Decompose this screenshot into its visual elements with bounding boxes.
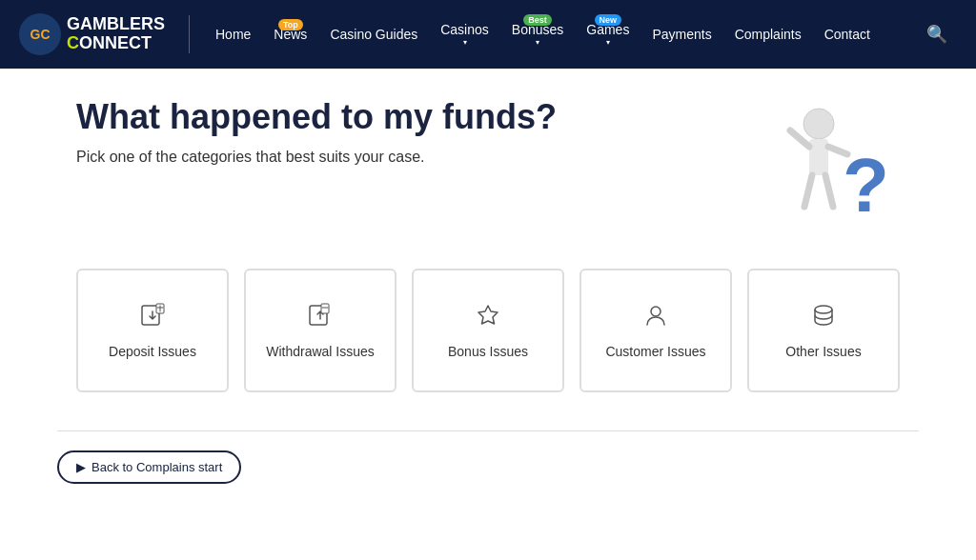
back-arrow-icon: ▶ <box>76 460 86 474</box>
hero-text: What happened to my funds? Pick one of t… <box>76 97 557 166</box>
back-section: ▶ Back to Complains start <box>0 450 976 484</box>
nav-item-contact[interactable]: Contact <box>813 27 882 42</box>
nav-item-casinos[interactable]: Casinos ▾ <box>429 22 500 47</box>
back-button[interactable]: ▶ Back to Complains start <box>57 450 241 484</box>
withdrawal-icon <box>307 302 334 334</box>
hero-image: ? <box>747 97 900 240</box>
card-customer[interactable]: Customer Issues <box>580 269 732 392</box>
nav-item-games[interactable]: New Games ▾ <box>575 22 640 47</box>
svg-rect-12 <box>321 304 329 313</box>
hero-section: What happened to my funds? Pick one of t… <box>76 97 900 240</box>
casinos-chevron: ▾ <box>463 38 467 47</box>
nav-divider <box>189 15 190 53</box>
nav-items: Home Top News Casino Guides Casinos ▾ Be… <box>204 22 917 47</box>
bonuses-chevron: ▾ <box>536 38 539 47</box>
page-subtitle: Pick one of the categories that best sui… <box>76 149 557 166</box>
svg-point-2 <box>803 109 834 139</box>
search-icon[interactable]: 🔍 <box>917 24 957 45</box>
other-icon <box>810 302 837 334</box>
withdrawal-label: Withdrawal Issues <box>266 344 375 359</box>
cards-section: Deposit Issues Withdrawal Issues Bonus <box>76 269 900 392</box>
customer-label: Customer Issues <box>605 344 705 359</box>
bonuses-badge: Best <box>523 14 552 26</box>
logo[interactable]: GC GAMBLERSCONNECT <box>19 13 165 55</box>
nav-item-complaints[interactable]: Complaints <box>723 27 813 42</box>
svg-line-7 <box>825 175 833 207</box>
other-label: Other Issues <box>785 344 861 359</box>
bonus-label: Bonus Issues <box>448 344 528 359</box>
svg-point-13 <box>651 307 661 316</box>
back-button-label: Back to Complains start <box>92 460 222 474</box>
svg-point-14 <box>815 306 832 313</box>
nav-item-home[interactable]: Home <box>204 27 262 42</box>
bonus-icon <box>475 302 501 334</box>
logo-text: GAMBLERSCONNECT <box>67 15 165 53</box>
svg-line-6 <box>804 175 812 207</box>
page-divider <box>57 430 919 431</box>
card-withdrawal[interactable]: Withdrawal Issues <box>244 269 396 392</box>
deposit-label: Deposit Issues <box>109 344 196 359</box>
svg-text:GC: GC <box>30 27 51 42</box>
nav-item-payments[interactable]: Payments <box>640 27 722 42</box>
svg-text:?: ? <box>843 143 889 228</box>
nav-item-bonuses[interactable]: Best Bonuses ▾ <box>500 22 575 47</box>
navbar: GC GAMBLERSCONNECT Home Top News Casino … <box>0 0 976 69</box>
card-other[interactable]: Other Issues <box>747 269 900 392</box>
games-chevron: ▾ <box>606 38 610 47</box>
games-badge: New <box>595 14 622 26</box>
card-deposit[interactable]: Deposit Issues <box>76 269 229 392</box>
nav-item-news[interactable]: Top News <box>262 27 318 42</box>
page-title: What happened to my funds? <box>76 97 557 137</box>
deposit-icon <box>139 302 166 334</box>
customer-icon <box>642 302 669 334</box>
card-bonus[interactable]: Bonus Issues <box>412 269 564 392</box>
svg-rect-3 <box>809 139 828 175</box>
news-badge: Top <box>278 19 303 30</box>
main-content: What happened to my funds? Pick one of t… <box>0 69 976 411</box>
nav-item-casino-guides[interactable]: Casino Guides <box>318 27 429 42</box>
